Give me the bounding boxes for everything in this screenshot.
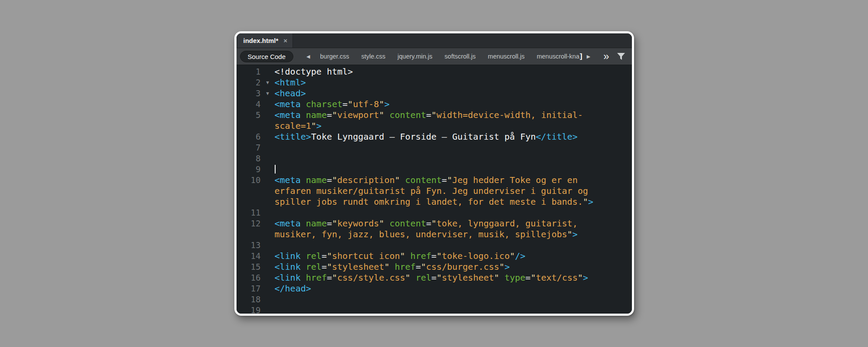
file-tab[interactable]: jquery.min.js (398, 53, 432, 60)
code-token: = (327, 272, 332, 283)
file-tab[interactable]: burger.css (320, 53, 349, 60)
code-token: " (400, 251, 405, 261)
code-line[interactable]: 10<meta name="description" content="Jeg … (237, 175, 632, 186)
fold-spacer (261, 153, 275, 164)
close-icon[interactable]: × (283, 37, 287, 44)
overflow-chevrons-icon[interactable]: » (603, 51, 609, 62)
code-token: toke, lynggaard, guitarist, (437, 218, 578, 229)
fold-spacer (261, 186, 275, 196)
line-number: 17 (237, 283, 261, 294)
file-tab-menuscroll-kna[interactable]: menuscroll-kna] (537, 52, 582, 61)
file-tab[interactable]: style.css (361, 53, 385, 60)
code-token: text/css (536, 272, 578, 283)
code-token: rel (411, 272, 431, 283)
filter-funnel-icon[interactable] (616, 52, 626, 61)
code-token: <meta (275, 110, 301, 120)
line-number (237, 186, 261, 196)
line-number: 16 (237, 272, 261, 283)
code-text: </head> (275, 283, 311, 294)
desktop: { "palette": { "desktop_bg": "#9b9b9b", … (0, 0, 868, 347)
code-text: <link rel="stylesheet" href="css/burger.… (275, 262, 510, 272)
line-number: 11 (237, 207, 261, 218)
code-line[interactable]: 15<link rel="stylesheet" href="css/burge… (237, 262, 632, 272)
code-line[interactable]: 9 (237, 164, 632, 175)
line-number: 5 (237, 110, 261, 121)
code-text: spiller jobs rundt omkring i landet, for… (275, 196, 594, 207)
code-token: " (348, 99, 353, 109)
code-line[interactable]: 17</head> (237, 283, 632, 294)
code-line[interactable]: 14<link rel="shortcut icon" href="toke-l… (237, 251, 632, 262)
code-token: > (572, 229, 578, 239)
file-tab-label: menuscroll-kna (537, 53, 579, 60)
code-token: content (400, 175, 442, 185)
code-token: <title> (275, 131, 311, 142)
code-token: href (405, 251, 431, 261)
code-token: " (531, 272, 536, 283)
line-number: 19 (237, 305, 261, 314)
code-line[interactable]: 6<title>Toke Lynggaard – Forside – Guita… (237, 131, 632, 142)
code-token: <meta (275, 218, 301, 229)
code-line[interactable]: spiller jobs rundt omkring i landet, for… (237, 196, 632, 207)
line-number (237, 121, 261, 131)
fold-arrow-icon[interactable]: ▼ (261, 77, 275, 88)
code-line[interactable]: 4<meta charset="utf-8"> (237, 99, 632, 110)
code-text: <!doctype html> (275, 66, 353, 77)
line-number: 10 (237, 175, 261, 186)
code-line[interactable]: 11 (237, 207, 632, 218)
fold-arrow-icon[interactable]: ▼ (261, 88, 275, 99)
code-token: " (431, 218, 437, 229)
code-line[interactable]: 3▼<head> (237, 88, 632, 99)
fold-spacer (261, 218, 275, 229)
code-line[interactable]: 2▼<html> (237, 77, 632, 88)
code-line[interactable]: 12<meta name="keywords" content="toke, l… (237, 218, 632, 229)
code-line[interactable]: 1<!doctype html> (237, 66, 632, 77)
chevron-left-icon[interactable]: ◀ (306, 54, 310, 59)
code-line[interactable]: 7 (237, 142, 632, 153)
line-number: 9 (237, 164, 261, 175)
code-token: " (447, 175, 452, 185)
code-token: </title> (536, 131, 578, 142)
code-token: content (384, 110, 426, 120)
code-line[interactable]: 19 (237, 305, 632, 314)
code-token: = (426, 218, 431, 229)
code-text: <head> (275, 88, 306, 99)
fold-spacer (261, 164, 275, 175)
code-token: rel (301, 262, 322, 272)
code-line[interactable]: scale=1"> (237, 121, 632, 131)
text-cursor (275, 165, 276, 174)
code-token: " (583, 196, 588, 207)
chevron-right-icon[interactable]: ▶ (587, 54, 590, 59)
code-text: <meta name="keywords" content="toke, lyn… (275, 218, 578, 229)
fold-spacer (261, 283, 275, 294)
code-line[interactable]: 13 (237, 240, 632, 251)
code-editor[interactable]: 1<!doctype html>2▼<html>3▼<head>4<meta c… (237, 65, 632, 314)
line-number: 3 (237, 88, 261, 99)
code-token: " (431, 110, 437, 120)
code-line[interactable]: 18 (237, 294, 632, 305)
code-token: content (384, 218, 426, 229)
code-token: rel (301, 251, 322, 261)
document-tab-index-html[interactable]: index.html* × (237, 33, 293, 48)
code-token: = (322, 251, 327, 261)
line-number: 14 (237, 251, 261, 262)
source-code-button[interactable]: Source Code (240, 51, 294, 62)
code-line[interactable]: 5<meta name="viewport" content="width=de… (237, 110, 632, 121)
code-token: = (416, 262, 421, 272)
code-line[interactable]: erfaren musiker/guitarist på Fyn. Jeg un… (237, 186, 632, 196)
code-line[interactable]: 16<link href="css/style.css" rel="styles… (237, 272, 632, 283)
code-token: " (379, 99, 384, 109)
file-tab[interactable]: softscroll.js (444, 53, 476, 60)
code-token: = (431, 272, 437, 283)
code-token: <link (275, 272, 301, 283)
code-line[interactable]: 8 (237, 153, 632, 164)
code-token: " (567, 229, 572, 239)
code-token: = (322, 262, 327, 272)
line-number: 8 (237, 153, 261, 164)
file-tab[interactable]: menuscroll.js (488, 53, 525, 60)
code-token: " (332, 272, 337, 283)
code-text: <meta name="viewport" content="width=dev… (275, 110, 583, 121)
code-token: " (327, 262, 332, 272)
code-token: css/style.css (337, 272, 405, 283)
line-number: 12 (237, 218, 261, 229)
code-line[interactable]: musiker, fyn, jazz, blues, underviser, m… (237, 229, 632, 240)
